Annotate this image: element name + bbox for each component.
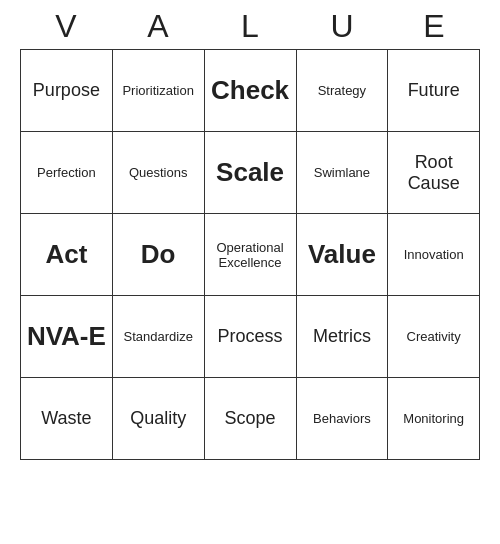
table-cell: Scope xyxy=(204,378,296,460)
table-cell: Innovation xyxy=(388,214,480,296)
table-cell: Root Cause xyxy=(388,132,480,214)
table-cell: Behaviors xyxy=(296,378,388,460)
header-letter: A xyxy=(112,8,204,45)
table-cell: Questions xyxy=(112,132,204,214)
header-letter: V xyxy=(20,8,112,45)
table-cell: Purpose xyxy=(21,50,113,132)
table-row: PerfectionQuestionsScaleSwimlaneRoot Cau… xyxy=(21,132,480,214)
header-letter: E xyxy=(388,8,480,45)
table-cell: Strategy xyxy=(296,50,388,132)
header-letter: L xyxy=(204,8,296,45)
table-cell: Scale xyxy=(204,132,296,214)
table-cell: Check xyxy=(204,50,296,132)
table-cell: Value xyxy=(296,214,388,296)
header-row: VALUE xyxy=(20,0,480,49)
table-cell: Process xyxy=(204,296,296,378)
table-row: PurposePrioritizationCheckStrategyFuture xyxy=(21,50,480,132)
table-cell: Prioritization xyxy=(112,50,204,132)
table-cell: Act xyxy=(21,214,113,296)
table-cell: Standardize xyxy=(112,296,204,378)
table-cell: Metrics xyxy=(296,296,388,378)
table-cell: Do xyxy=(112,214,204,296)
table-row: NVA-EStandardizeProcessMetricsCreativity xyxy=(21,296,480,378)
table-cell: Quality xyxy=(112,378,204,460)
bingo-table: PurposePrioritizationCheckStrategyFuture… xyxy=(20,49,480,460)
table-cell: Future xyxy=(388,50,480,132)
table-cell: NVA-E xyxy=(21,296,113,378)
table-row: WasteQualityScopeBehaviorsMonitoring xyxy=(21,378,480,460)
table-cell: Perfection xyxy=(21,132,113,214)
table-cell: Monitoring xyxy=(388,378,480,460)
table-row: ActDoOperational ExcellenceValueInnovati… xyxy=(21,214,480,296)
table-cell: Operational Excellence xyxy=(204,214,296,296)
header-letter: U xyxy=(296,8,388,45)
table-cell: Creativity xyxy=(388,296,480,378)
table-cell: Swimlane xyxy=(296,132,388,214)
table-cell: Waste xyxy=(21,378,113,460)
